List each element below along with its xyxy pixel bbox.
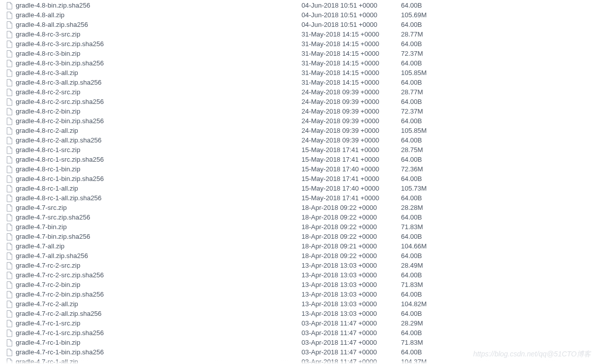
file-name-cell: gradle-4.7-rc-2-all.zip [6, 300, 302, 309]
file-name-cell: gradle-4.7-bin.zip [6, 223, 302, 232]
file-icon [6, 175, 13, 183]
file-icon [6, 358, 13, 364]
file-name-cell: gradle-4.8-all.zip [6, 11, 302, 20]
file-icon [6, 166, 13, 173]
file-link[interactable]: gradle-4.7-all.zip [16, 242, 64, 251]
file-link[interactable]: gradle-4.8-rc-3-src.zip.sha256 [16, 40, 104, 49]
file-name-cell: gradle-4.7-rc-1-src.zip.sha256 [6, 329, 302, 338]
file-link[interactable]: gradle-4.7-rc-2-all.zip [16, 300, 78, 309]
file-row: gradle-4.7-rc-1-bin.zip03-Apr-2018 11:47… [6, 338, 595, 348]
file-link[interactable]: gradle-4.7-rc-2-all.zip.sha256 [16, 309, 102, 319]
file-link[interactable]: gradle-4.8-all.zip [16, 11, 64, 20]
file-row: gradle-4.7-all.zip.sha25618-Apr-2018 09:… [6, 251, 595, 261]
file-name-cell: gradle-4.8-all.zip.sha256 [6, 20, 302, 30]
file-name-cell: gradle-4.8-rc-1-src.zip.sha256 [6, 155, 302, 165]
file-link[interactable]: gradle-4.8-bin.zip.sha256 [16, 1, 90, 11]
file-name-cell: gradle-4.8-rc-3-bin.zip [6, 49, 302, 59]
file-row: gradle-4.8-rc-1-bin.zip.sha25615-May-201… [6, 174, 595, 184]
file-link[interactable]: gradle-4.8-rc-1-bin.zip [16, 165, 80, 174]
file-link[interactable]: gradle-4.7-rc-1-all.zip [16, 357, 78, 364]
file-link[interactable]: gradle-4.8-rc-3-bin.zip [16, 49, 80, 59]
file-size: 28.75M [401, 145, 423, 155]
file-row: gradle-4.8-rc-3-all.zip.sha25631-May-201… [6, 78, 595, 88]
file-link[interactable]: gradle-4.7-bin.zip [16, 223, 66, 232]
file-link[interactable]: gradle-4.8-rc-3-all.zip.sha256 [16, 78, 102, 88]
file-link[interactable]: gradle-4.7-rc-2-src.zip [16, 261, 80, 271]
file-icon [6, 60, 13, 67]
file-icon [6, 310, 13, 318]
file-link[interactable]: gradle-4.7-rc-2-bin.zip [16, 280, 80, 290]
file-size: 64.00B [401, 136, 422, 145]
file-size: 64.00B [401, 232, 422, 242]
file-row: gradle-4.8-rc-1-all.zip15-May-2018 17:40… [6, 184, 595, 194]
file-link[interactable]: gradle-4.8-rc-3-all.zip [16, 68, 78, 78]
file-link[interactable]: gradle-4.7-bin.zip.sha256 [16, 232, 90, 242]
file-link[interactable]: gradle-4.8-rc-1-bin.zip.sha256 [16, 174, 104, 184]
file-size: 64.00B [401, 174, 422, 184]
file-row: gradle-4.7-src.zip18-Apr-2018 09:22 +000… [6, 203, 595, 213]
file-icon [6, 281, 13, 289]
file-link[interactable]: gradle-4.8-rc-3-bin.zip.sha256 [16, 59, 104, 68]
file-link[interactable]: gradle-4.8-rc-2-bin.zip [16, 107, 80, 117]
file-date: 31-May-2018 14:15 +0000 [302, 49, 401, 59]
file-size: 72.37M [401, 49, 423, 59]
file-link[interactable]: gradle-4.7-rc-1-bin.zip [16, 338, 80, 348]
file-row: gradle-4.7-src.zip.sha25618-Apr-2018 09:… [6, 213, 595, 223]
file-date: 31-May-2018 14:15 +0000 [302, 78, 401, 88]
file-date: 04-Jun-2018 10:51 +0000 [302, 20, 401, 30]
file-link[interactable]: gradle-4.8-rc-2-src.zip.sha256 [16, 97, 104, 107]
file-name-cell: gradle-4.8-rc-2-bin.zip [6, 107, 302, 117]
file-row: gradle-4.7-rc-2-src.zip.sha25613-Apr-201… [6, 271, 595, 280]
file-date: 18-Apr-2018 09:22 +0000 [302, 213, 401, 223]
file-name-cell: gradle-4.8-rc-3-src.zip.sha256 [6, 40, 302, 49]
file-date: 31-May-2018 14:15 +0000 [302, 68, 401, 78]
file-date: 13-Apr-2018 13:03 +0000 [302, 271, 401, 280]
file-icon [6, 69, 13, 77]
file-link[interactable]: gradle-4.7-src.zip [16, 203, 66, 213]
file-name-cell: gradle-4.8-rc-2-src.zip [6, 88, 302, 97]
file-link[interactable]: gradle-4.8-rc-2-all.zip [16, 126, 78, 136]
file-row: gradle-4.8-rc-3-all.zip31-May-2018 14:15… [6, 68, 595, 78]
file-date: 24-May-2018 09:39 +0000 [302, 126, 401, 136]
file-link[interactable]: gradle-4.8-rc-1-all.zip.sha256 [16, 194, 102, 203]
file-size: 28.77M [401, 30, 423, 40]
file-link[interactable]: gradle-4.7-rc-1-src.zip.sha256 [16, 329, 104, 338]
file-row: gradle-4.8-rc-3-src.zip31-May-2018 14:15… [6, 30, 595, 40]
file-link[interactable]: gradle-4.8-rc-3-src.zip [16, 30, 80, 40]
file-row: gradle-4.7-rc-2-all.zip13-Apr-2018 13:03… [6, 300, 595, 309]
file-name-cell: gradle-4.8-rc-1-all.zip.sha256 [6, 194, 302, 203]
file-link[interactable]: gradle-4.8-rc-2-bin.zip.sha256 [16, 117, 104, 126]
file-row: gradle-4.7-rc-2-bin.zip.sha25613-Apr-201… [6, 290, 595, 300]
file-size: 64.00B [401, 271, 422, 280]
file-date: 13-Apr-2018 13:03 +0000 [302, 309, 401, 319]
file-date: 13-Apr-2018 13:03 +0000 [302, 290, 401, 300]
file-row: gradle-4.7-all.zip18-Apr-2018 09:21 +000… [6, 242, 595, 251]
file-name-cell: gradle-4.7-rc-1-bin.zip [6, 338, 302, 348]
file-name-cell: gradle-4.8-bin.zip.sha256 [6, 1, 302, 11]
file-date: 03-Apr-2018 11:47 +0000 [302, 348, 401, 357]
file-link[interactable]: gradle-4.8-rc-1-all.zip [16, 184, 78, 194]
file-date: 18-Apr-2018 09:22 +0000 [302, 203, 401, 213]
file-link[interactable]: gradle-4.8-rc-1-src.zip.sha256 [16, 155, 104, 165]
file-row: gradle-4.8-rc-2-src.zip24-May-2018 09:39… [6, 88, 595, 97]
file-link[interactable]: gradle-4.7-rc-1-src.zip [16, 319, 80, 329]
file-link[interactable]: gradle-4.8-rc-1-src.zip [16, 145, 80, 155]
file-link[interactable]: gradle-4.7-rc-2-bin.zip.sha256 [16, 290, 104, 300]
file-link[interactable]: gradle-4.8-all.zip.sha256 [16, 20, 88, 30]
file-link[interactable]: gradle-4.7-src.zip.sha256 [16, 213, 90, 223]
file-icon [6, 89, 13, 96]
file-size: 64.00B [401, 348, 422, 357]
file-link[interactable]: gradle-4.8-rc-2-src.zip [16, 88, 80, 97]
file-name-cell: gradle-4.7-rc-2-src.zip [6, 261, 302, 271]
file-date: 31-May-2018 14:15 +0000 [302, 40, 401, 49]
file-link[interactable]: gradle-4.7-rc-2-src.zip.sha256 [16, 271, 104, 280]
file-date: 31-May-2018 14:15 +0000 [302, 30, 401, 40]
file-size: 72.37M [401, 107, 423, 117]
file-link[interactable]: gradle-4.8-rc-2-all.zip.sha256 [16, 136, 102, 145]
file-row: gradle-4.8-rc-3-bin.zip31-May-2018 14:15… [6, 49, 595, 59]
file-list: gradle-4.8-bin.zip.sha25604-Jun-2018 10:… [6, 1, 595, 364]
file-link[interactable]: gradle-4.7-all.zip.sha256 [16, 251, 88, 261]
file-link[interactable]: gradle-4.7-rc-1-bin.zip.sha256 [16, 348, 104, 357]
file-size: 71.83M [401, 338, 423, 348]
file-icon [6, 195, 13, 202]
